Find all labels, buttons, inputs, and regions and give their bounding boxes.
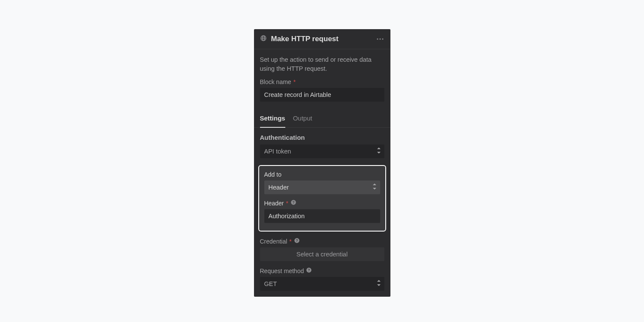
required-marker: *: [289, 238, 291, 245]
select-credential-button[interactable]: Select a credential: [260, 247, 384, 261]
header-name-input[interactable]: [264, 209, 380, 223]
request-method-select[interactable]: GET: [260, 277, 384, 291]
add-to-label: Add to: [264, 171, 380, 178]
required-marker: *: [286, 200, 288, 207]
required-marker: *: [293, 78, 296, 85]
panel-description: Set up the action to send or receive dat…: [254, 49, 390, 77]
tabs: Settings Output: [254, 109, 390, 128]
request-method-label: Request method ?: [260, 267, 384, 274]
svg-text:?: ?: [296, 239, 298, 243]
credential-label: Credential * ?: [260, 238, 384, 245]
globe-icon: [260, 35, 271, 43]
auth-token-config: Add to Header Header * ?: [258, 165, 386, 232]
add-to-select[interactable]: Header: [264, 181, 380, 194]
block-name-input[interactable]: [260, 88, 384, 102]
svg-text:?: ?: [292, 201, 294, 205]
http-request-panel: Make HTTP request Set up the action to s…: [254, 29, 390, 297]
auth-mode-field: API token: [254, 144, 390, 163]
header-name-field: Header * ?: [262, 198, 383, 226]
svg-point-2: [382, 38, 383, 39]
block-name-field: Block name *: [254, 77, 390, 106]
tab-settings[interactable]: Settings: [260, 109, 285, 128]
panel-title: Make HTTP request: [271, 35, 376, 43]
block-name-label: Block name *: [260, 78, 384, 85]
svg-point-0: [377, 38, 378, 39]
add-to-field: Add to Header: [262, 169, 383, 198]
help-icon[interactable]: ?: [294, 238, 300, 245]
help-icon[interactable]: ?: [290, 199, 296, 207]
tab-output[interactable]: Output: [293, 109, 312, 128]
header-name-label: Header * ?: [264, 199, 380, 207]
authentication-section-label: Authentication: [254, 128, 390, 144]
more-menu-button[interactable]: [376, 38, 384, 40]
request-method-field: Request method ? GET: [254, 265, 390, 295]
svg-point-1: [379, 38, 381, 39]
panel-header: Make HTTP request: [254, 29, 390, 49]
svg-text:?: ?: [308, 268, 310, 272]
auth-mode-select[interactable]: API token: [260, 144, 384, 158]
help-icon[interactable]: ?: [306, 267, 312, 274]
credential-field: Credential * ? Select a credential: [254, 236, 390, 265]
